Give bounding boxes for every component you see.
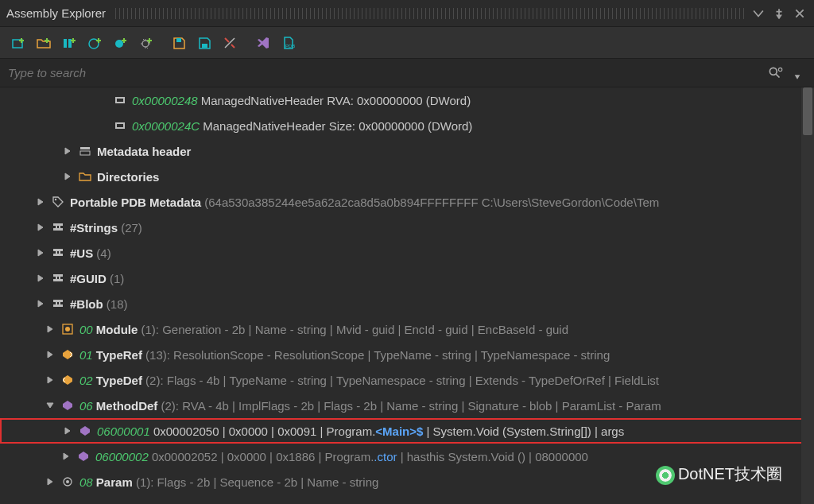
field-icon [113,93,127,107]
typeref-icon [60,347,75,362]
pin-search-icon[interactable] [789,64,806,82]
tree-row[interactable]: Portable PDB Metadata (64a530a385244ee5a… [0,189,814,215]
expand-arrow-icon[interactable] [43,373,57,387]
row-label: Directories [97,170,159,184]
search-options-icon[interactable] [766,64,784,82]
tree-row[interactable]: 06 MethodDef (2): RVA - 4b | ImplFlags -… [0,393,814,418]
svg-rect-23 [53,254,63,256]
row-label: Portable PDB Metadata (64a530a385244ee5a… [70,196,659,209]
svg-point-35 [65,327,70,331]
expand-arrow-icon[interactable] [43,322,57,336]
add-folder-button[interactable] [33,33,54,53]
save-button[interactable] [194,33,215,53]
svg-rect-7 [202,44,207,48]
svg-rect-12 [117,99,123,102]
add-url-button[interactable] [84,33,105,53]
svg-rect-25 [59,251,60,254]
typedef-icon [60,373,75,387]
expand-arrow-icon[interactable] [60,424,75,438]
tree-row[interactable]: 0x00000248 ManagedNativeHeader RVA: 0x00… [0,87,814,113]
row-label: 08 Param (1): Flags - 2b | Sequence - 2b… [79,475,378,489]
svg-rect-29 [59,277,60,280]
tree-row[interactable]: #Strings (27) [0,215,814,240]
expand-arrow-icon[interactable] [33,297,48,311]
svg-rect-6 [176,38,181,42]
titlebar-gripper[interactable] [115,8,746,19]
tree-row[interactable]: Metadata header [0,138,814,164]
toolbar: PDB [0,27,814,59]
field-icon [113,118,127,133]
stream-icon [51,220,65,235]
svg-rect-19 [53,228,63,231]
scrollbar[interactable] [801,87,814,504]
folder-icon [78,169,92,184]
vs-button[interactable] [253,33,273,53]
svg-rect-18 [53,223,63,226]
pdb-button[interactable]: PDB [278,33,299,53]
titlebar: Assembly Explorer [0,0,814,27]
row-label: Metadata header [97,145,191,158]
tree-row[interactable]: 01 TypeRef (13): ResolutionScope - Resol… [0,342,814,367]
stream-icon [51,271,65,285]
dropdown-icon[interactable] [750,6,766,21]
row-label: #Strings (27) [70,221,142,235]
svg-rect-20 [56,226,57,229]
add-assembly-button[interactable] [8,33,29,53]
expand-arrow-icon[interactable] [60,144,75,158]
expand-arrow-icon[interactable] [60,169,75,184]
collapse-arrow-icon[interactable] [43,398,57,413]
scrollbar-thumb[interactable] [803,87,812,135]
panel-title: Assembly Explorer [6,6,115,20]
tree-row[interactable]: 06000001 0x00002050 | 0x0000 | 0x0091 | … [0,418,814,444]
svg-rect-27 [53,279,63,281]
svg-rect-14 [117,124,123,127]
tree-row[interactable]: 00 Module (1): Generation - 2b | Name - … [0,316,814,342]
row-label: #US (4) [70,246,111,260]
row-label: 01 TypeRef (13): ResolutionScope - Resol… [79,348,610,362]
row-label: #Blob (18) [70,297,128,311]
method-icon [78,424,92,438]
header-icon [78,144,92,158]
tree-row[interactable]: #Blob (18) [0,291,814,316]
svg-rect-33 [59,302,60,305]
expand-arrow-icon[interactable] [59,449,73,463]
search-bar [0,59,814,87]
svg-rect-24 [56,251,57,254]
svg-rect-1 [64,39,67,48]
tree-row[interactable]: 0x0000024C ManagedNativeHeader Size: 0x0… [0,113,814,138]
svg-text:PDB: PDB [285,44,295,48]
svg-rect-28 [56,277,57,280]
svg-rect-31 [53,304,63,307]
stream-icon [51,297,65,311]
svg-point-9 [769,68,777,75]
tag-icon [51,195,65,209]
expand-arrow-icon[interactable] [43,475,57,489]
row-label: 06000001 0x00002050 | 0x0000 | 0x0091 | … [97,425,624,438]
svg-rect-16 [80,151,90,155]
add-process-button[interactable] [110,33,130,53]
tree-row[interactable]: #GUID (1) [0,266,814,291]
tree-view[interactable]: 0x00000248 ManagedNativeHeader RVA: 0x00… [0,87,814,504]
module-icon [60,322,75,336]
tree-row[interactable]: 02 TypeDef (2): Flags - 4b | TypeName - … [0,367,814,393]
expand-arrow-icon[interactable] [33,220,48,235]
row-label: 06 MethodDef (2): RVA - 4b | ImplFlags -… [79,399,661,413]
expand-arrow-icon[interactable] [33,246,48,260]
watermark: DotNET技术圈 [656,463,782,485]
svg-rect-15 [80,147,90,149]
add-nuget-button[interactable] [59,33,79,53]
svg-point-10 [778,68,781,71]
add-settings-button[interactable] [135,33,156,53]
expand-arrow-icon[interactable] [33,271,48,285]
save-all-button[interactable] [169,33,189,53]
pin-icon[interactable] [771,6,787,21]
search-input[interactable] [8,66,762,79]
tree-row[interactable]: Directories [0,164,814,189]
svg-rect-32 [56,302,57,305]
expand-arrow-icon[interactable] [33,195,48,209]
param-icon [60,475,75,489]
expand-arrow-icon[interactable] [43,347,57,362]
close-icon[interactable] [792,6,808,21]
remove-button[interactable] [219,33,240,53]
tree-row[interactable]: #US (4) [0,240,814,266]
